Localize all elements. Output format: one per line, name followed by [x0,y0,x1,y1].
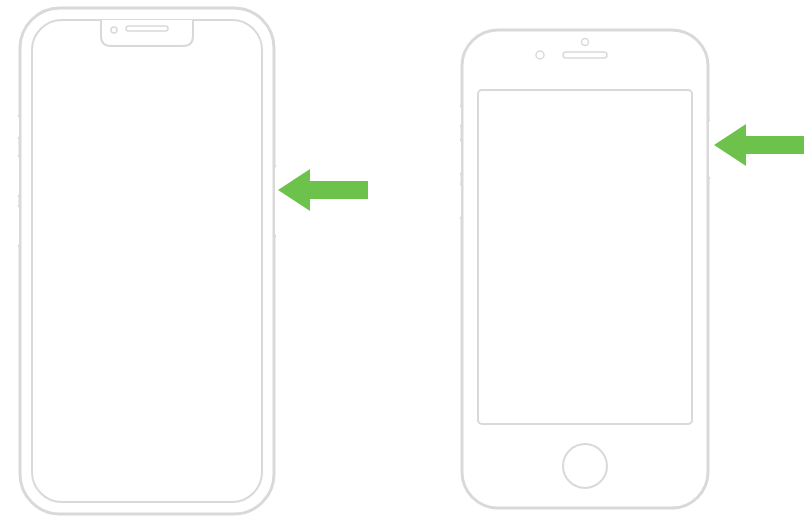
svg-rect-7 [274,166,276,236]
svg-rect-15 [460,140,462,174]
svg-point-13 [563,444,607,488]
phone-home-button [460,28,710,510]
svg-rect-14 [460,106,462,126]
svg-rect-5 [18,156,20,196]
arrow-right-phone-side-button [714,120,804,170]
svg-rect-17 [708,120,710,178]
svg-rect-4 [18,116,20,138]
phone-face-id [18,6,276,516]
svg-rect-6 [18,206,20,246]
svg-rect-1 [32,20,262,502]
svg-rect-9 [478,90,692,424]
svg-rect-16 [460,184,462,218]
diagram-two-iphones-side-button: Side button Side button [0,0,806,530]
arrow-left-phone-side-button [278,165,368,215]
